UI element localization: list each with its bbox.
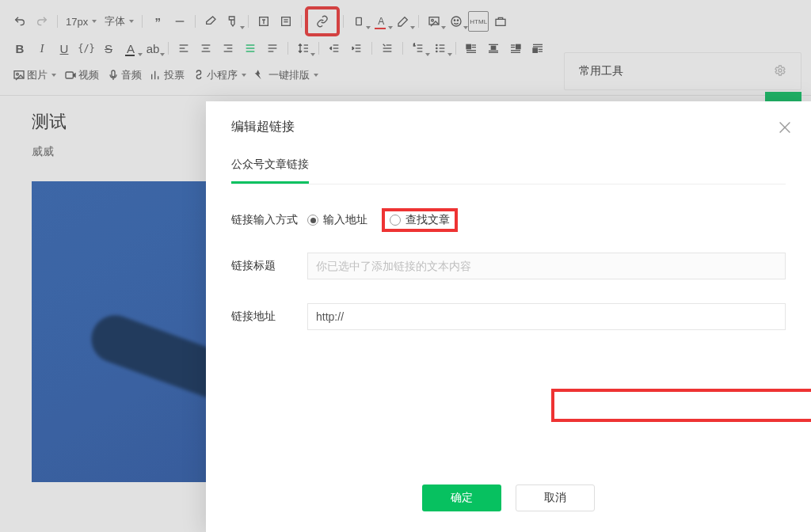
gear-icon[interactable] bbox=[774, 64, 786, 79]
outdent-button[interactable] bbox=[324, 38, 345, 59]
radio-dot-icon bbox=[390, 215, 401, 226]
align-right-button[interactable] bbox=[218, 38, 238, 59]
letter-spacing-button[interactable] bbox=[348, 11, 369, 32]
svg-rect-70 bbox=[112, 70, 115, 77]
undo-button[interactable] bbox=[10, 11, 30, 32]
insert-image[interactable]: 图片 bbox=[10, 68, 59, 82]
svg-text:1: 1 bbox=[413, 43, 416, 47]
font-family-select[interactable]: 字体 bbox=[101, 14, 137, 28]
highlight-icon: ab bbox=[147, 42, 160, 55]
italic-button[interactable]: I bbox=[32, 38, 52, 59]
insert-video[interactable]: 视频 bbox=[61, 68, 102, 82]
separator bbox=[287, 42, 288, 55]
close-button[interactable] bbox=[776, 119, 794, 136]
row-link-url: 链接地址 http:// bbox=[231, 303, 786, 330]
svg-point-8 bbox=[455, 20, 455, 21]
radio-enter-url[interactable]: 输入地址 bbox=[307, 213, 367, 227]
svg-rect-57 bbox=[516, 44, 520, 48]
side-green-strip bbox=[765, 92, 801, 101]
hr-button[interactable] bbox=[169, 11, 190, 32]
separator bbox=[248, 15, 249, 28]
svg-point-45 bbox=[436, 44, 437, 45]
ok-button[interactable]: 确定 bbox=[422, 484, 501, 511]
link-form: 链接输入方式 输入地址 查找文章 链接标题 链接地址 http:// bbox=[231, 211, 786, 354]
float-center-button[interactable] bbox=[483, 38, 504, 59]
font-size-select[interactable]: 17px bbox=[63, 16, 100, 28]
separator bbox=[402, 42, 403, 55]
blockquote-button[interactable]: ” bbox=[147, 11, 168, 32]
svg-point-9 bbox=[458, 20, 459, 21]
separator bbox=[301, 15, 302, 28]
side-panel-title: 常用工具 bbox=[579, 64, 623, 78]
radio-enter-url-label: 输入地址 bbox=[323, 213, 367, 227]
insert-vote[interactable]: 投票 bbox=[147, 68, 188, 82]
float-left-button[interactable] bbox=[461, 38, 482, 59]
svg-point-47 bbox=[436, 51, 437, 51]
bold-button[interactable]: B bbox=[10, 38, 30, 59]
emoji-button[interactable] bbox=[446, 11, 466, 32]
cancel-button[interactable]: 取消 bbox=[516, 484, 595, 511]
modal-tabs: 公众号文章链接 bbox=[231, 158, 786, 184]
separator bbox=[318, 42, 319, 55]
float-right-button[interactable] bbox=[505, 38, 526, 59]
tab-article-link[interactable]: 公众号文章链接 bbox=[231, 158, 309, 184]
svg-rect-64 bbox=[533, 48, 537, 52]
link-url-group: http:// bbox=[307, 303, 786, 330]
row-input-type: 链接输入方式 输入地址 查找文章 bbox=[231, 211, 786, 229]
insert-miniprogram[interactable]: 小程序 bbox=[189, 68, 249, 82]
label-link-url: 链接地址 bbox=[231, 310, 307, 324]
html-button[interactable]: HTML bbox=[468, 11, 489, 32]
highlight-url-box bbox=[554, 392, 811, 419]
link-url-input[interactable] bbox=[352, 304, 785, 329]
row-link-title: 链接标题 bbox=[231, 253, 786, 279]
url-prefix: http:// bbox=[308, 304, 352, 329]
underline-button[interactable]: U bbox=[54, 38, 74, 59]
separator bbox=[343, 15, 344, 28]
line-height-button[interactable] bbox=[293, 38, 314, 59]
link-title-input[interactable] bbox=[307, 253, 786, 279]
insert-image-button[interactable] bbox=[424, 11, 444, 32]
code-button[interactable]: {/} bbox=[76, 38, 97, 59]
highlight-button[interactable]: ab bbox=[143, 38, 163, 59]
svg-rect-69 bbox=[66, 72, 73, 78]
separator bbox=[57, 15, 58, 28]
separator bbox=[195, 15, 196, 28]
label-input-type: 链接输入方式 bbox=[231, 213, 307, 227]
magic-button[interactable] bbox=[393, 11, 413, 32]
toolbox-button[interactable] bbox=[490, 11, 511, 32]
radio-search-article[interactable]: 查找文章 bbox=[385, 211, 455, 229]
eraser-button[interactable] bbox=[200, 11, 221, 32]
float-none-button[interactable] bbox=[527, 38, 548, 59]
first-indent-button[interactable] bbox=[377, 38, 398, 59]
label-link-title: 链接标题 bbox=[231, 259, 307, 273]
separator bbox=[371, 42, 372, 55]
radio-search-article-label: 查找文章 bbox=[406, 213, 450, 227]
text-color-button[interactable]: A bbox=[120, 38, 141, 59]
separator bbox=[142, 15, 143, 28]
auto-layout[interactable]: 一键排版 bbox=[251, 68, 322, 82]
align-justify-button[interactable] bbox=[240, 38, 261, 59]
font-color-button[interactable]: A bbox=[371, 11, 391, 32]
format-brush-button[interactable] bbox=[223, 11, 243, 32]
separator bbox=[455, 42, 456, 55]
textbox1-button[interactable] bbox=[253, 11, 274, 32]
svg-point-46 bbox=[436, 48, 437, 48]
separator bbox=[418, 15, 419, 28]
svg-point-6 bbox=[432, 19, 434, 21]
link-button[interactable] bbox=[307, 8, 338, 35]
svg-rect-54 bbox=[491, 46, 495, 49]
side-panel: 常用工具 bbox=[564, 52, 801, 90]
align-center-button[interactable] bbox=[196, 38, 216, 59]
strike-button[interactable]: S bbox=[98, 38, 119, 59]
redo-button[interactable] bbox=[32, 11, 52, 32]
align-distribute-button[interactable] bbox=[262, 38, 283, 59]
svg-point-68 bbox=[17, 73, 19, 75]
insert-audio[interactable]: 音频 bbox=[104, 68, 145, 82]
unordered-list-button[interactable] bbox=[430, 38, 451, 59]
textbox2-button[interactable] bbox=[276, 11, 296, 32]
indent-button[interactable] bbox=[346, 38, 367, 59]
ordered-list-button[interactable]: 1 bbox=[408, 38, 428, 59]
radio-dot-icon bbox=[307, 215, 318, 226]
align-left-button[interactable] bbox=[173, 38, 194, 59]
link-modal: 编辑超链接 公众号文章链接 链接输入方式 输入地址 查找文章 链接标题 链接地址… bbox=[206, 101, 811, 532]
